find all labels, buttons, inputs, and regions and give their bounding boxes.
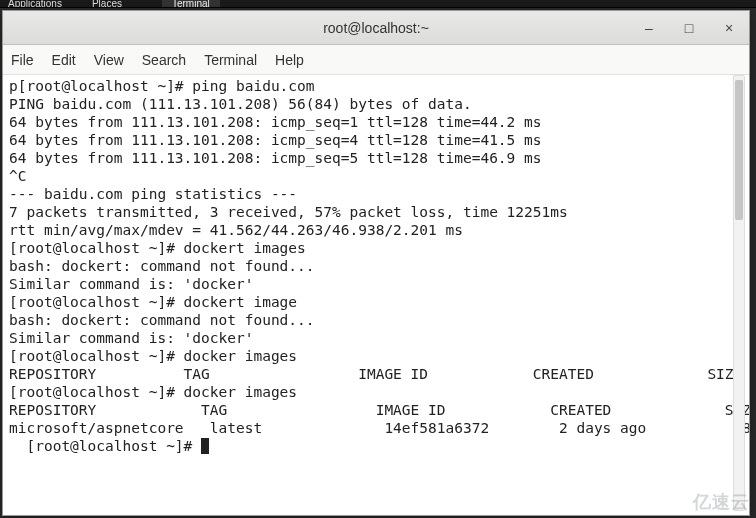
terminal-line: ^C xyxy=(9,167,743,185)
terminal-line: REPOSITORY TAG IMAGE ID CREATED SIZE xyxy=(9,401,743,419)
terminal-line: Similar command is: 'docker' xyxy=(9,275,743,293)
menu-edit[interactable]: Edit xyxy=(52,52,76,68)
menu-view[interactable]: View xyxy=(94,52,124,68)
minimize-button[interactable]: – xyxy=(635,18,663,38)
scrollbar-thumb[interactable] xyxy=(735,80,743,220)
menu-file[interactable]: File xyxy=(11,52,34,68)
terminal-line: [root@localhost ~]# dockert images xyxy=(9,239,743,257)
titlebar[interactable]: root@localhost:~ – □ × xyxy=(3,11,749,45)
close-button[interactable]: × xyxy=(715,18,743,38)
terminal-line: REPOSITORY TAG IMAGE ID CREATED SIZE xyxy=(9,365,743,383)
menu-places[interactable]: Places xyxy=(92,0,122,8)
terminal-line: [root@localhost ~]# docker images xyxy=(9,383,743,401)
menu-applications[interactable]: Applications xyxy=(8,0,62,8)
maximize-button[interactable]: □ xyxy=(675,18,703,38)
terminal-line: [root@localhost ~]# dockert image xyxy=(9,293,743,311)
terminal-window: root@localhost:~ – □ × File Edit View Se… xyxy=(2,10,750,516)
terminal-line: p[root@localhost ~]# ping baidu.com xyxy=(9,77,743,95)
terminal-line: bash: dockert: command not found... xyxy=(9,311,743,329)
terminal-line: microsoft/aspnetcore latest 14ef581a6372… xyxy=(9,419,743,437)
terminal-line: 7 packets transmitted, 3 received, 57% p… xyxy=(9,203,743,221)
cursor xyxy=(201,438,209,454)
terminal-line: [root@localhost ~]# docker images xyxy=(9,347,743,365)
desktop-topbar: Applications Places Terminal xyxy=(0,0,756,8)
terminal-line: rtt min/avg/max/mdev = 41.562/44.263/46.… xyxy=(9,221,743,239)
terminal-line: bash: dockert: command not found... xyxy=(9,257,743,275)
terminal-body[interactable]: p[root@localhost ~]# ping baidu.comPING … xyxy=(3,75,749,515)
terminal-line: --- baidu.com ping statistics --- xyxy=(9,185,743,203)
terminal-line: PING baidu.com (111.13.101.208) 56(84) b… xyxy=(9,95,743,113)
terminal-line: [root@localhost ~]# xyxy=(9,437,743,455)
terminal-line: 64 bytes from 111.13.101.208: icmp_seq=1… xyxy=(9,113,743,131)
window-controls: – □ × xyxy=(635,18,743,38)
terminal-line: 64 bytes from 111.13.101.208: icmp_seq=4… xyxy=(9,131,743,149)
taskbar-terminal[interactable]: Terminal xyxy=(162,0,220,8)
terminal-line: Similar command is: 'docker' xyxy=(9,329,743,347)
menu-terminal[interactable]: Terminal xyxy=(204,52,257,68)
terminal-line: 64 bytes from 111.13.101.208: icmp_seq=5… xyxy=(9,149,743,167)
vertical-scrollbar[interactable] xyxy=(733,75,745,511)
menu-help[interactable]: Help xyxy=(275,52,304,68)
window-title: root@localhost:~ xyxy=(323,20,429,36)
menu-search[interactable]: Search xyxy=(142,52,186,68)
menubar: File Edit View Search Terminal Help xyxy=(3,45,749,75)
